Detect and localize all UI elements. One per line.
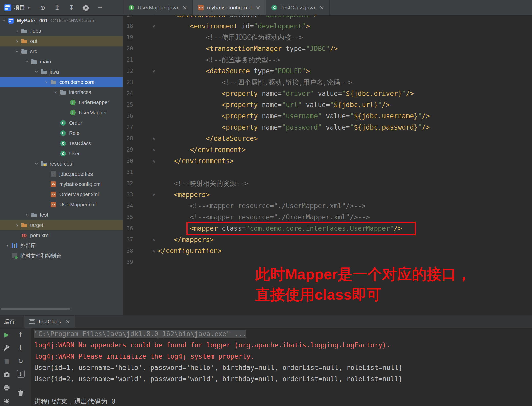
code-line-32[interactable]: 32 <!--映射相关的资源-->: [123, 178, 532, 189]
chevron-collapsed-icon[interactable]: ›: [4, 242, 11, 249]
code-line-22[interactable]: 22∨ <dataSource type="POOLED">: [123, 65, 532, 77]
chevron-expanded-icon[interactable]: ›: [33, 68, 40, 76]
code-line-35[interactable]: 35 <!--<mapper resource="./OrderMapper.x…: [123, 212, 532, 223]
collapse-all-icon[interactable]: ↥: [53, 4, 61, 11]
chevron-expanded-icon[interactable]: ›: [1, 17, 7, 25]
tree-item-OrderMapper.xml[interactable]: <>OrderMapper.xml: [0, 189, 123, 200]
tree-item-UserMapper.xml[interactable]: <>UserMapper.xml: [0, 200, 123, 210]
trash-icon[interactable]: [16, 389, 25, 398]
tab-close-icon[interactable]: ×: [182, 4, 187, 11]
tree-item-interfaces[interactable]: ›interfaces: [0, 87, 123, 97]
fold-open-icon[interactable]: ∨: [150, 189, 158, 200]
xml-icon: <>: [50, 181, 57, 188]
tree-item-src[interactable]: ›src: [0, 46, 123, 56]
expand-all-icon[interactable]: ↧: [68, 4, 75, 11]
chevron-collapsed-icon[interactable]: ›: [13, 222, 21, 228]
tree-item-pom.xml[interactable]: mpom.xml: [0, 230, 123, 240]
console-line: 进程已结束，退出代码为 0: [34, 396, 532, 406]
code-line-27[interactable]: 27 <property name="password" value="${jd…: [123, 122, 532, 133]
tree-item-UserMapper[interactable]: IUserMapper: [0, 108, 123, 118]
run-toolbar-column-1: ▶■: [1, 330, 12, 405]
code-line-34[interactable]: 34 <!--<mapper resource="./UserMapper.xm…: [123, 200, 532, 212]
project-widget[interactable]: 项目 ▾: [3, 3, 31, 13]
fold-open-icon[interactable]: ∨: [150, 16, 158, 20]
code-line-38[interactable]: 38∧</configuration>: [123, 245, 532, 257]
tab-TestClass.java[interactable]: CTestClass.java×: [266, 0, 330, 15]
code-line-24[interactable]: 24 <property name="driver" value="${jdbc…: [123, 88, 532, 99]
tree-item-mybatis-config.xml[interactable]: <>mybatis-config.xml: [0, 179, 123, 189]
line-number: 26: [123, 110, 133, 122]
code-line-33[interactable]: 33∨ <mappers>: [123, 189, 532, 200]
code-line-28[interactable]: 28∧ </dataSource>: [123, 133, 532, 144]
tree-item-.idea[interactable]: ›.idea: [0, 26, 123, 36]
code-line-21[interactable]: 21 <!--配置事务的类型-->: [123, 54, 532, 65]
tree-item-临时文件和控制台[interactable]: 临时文件和控制台: [0, 251, 123, 261]
up-arrow-icon[interactable]: ↑: [16, 330, 25, 339]
tree-item-label: com.demo.core: [59, 79, 95, 85]
tree-root[interactable]: ›MyBatis_001C:\Users\HW\Docum: [0, 16, 123, 26]
code-line-29[interactable]: 29∧ </environment>: [123, 144, 532, 155]
console-output[interactable]: "C:\Program Files\Java\jdk1.8.0_162\bin\…: [31, 328, 532, 406]
tree-item-resources[interactable]: ›resources: [0, 159, 123, 169]
camera-icon[interactable]: [2, 370, 11, 379]
tab-UserMapper.java[interactable]: IUserMapper.java×: [123, 0, 193, 15]
chevron-collapsed-icon[interactable]: ›: [23, 212, 31, 218]
tree-item-target[interactable]: ›target: [0, 220, 123, 230]
rerun-icon[interactable]: ↻: [16, 357, 25, 365]
tree-item-out[interactable]: ›out: [0, 36, 123, 46]
tab-close-icon[interactable]: ×: [65, 318, 70, 325]
horizontal-scrollbar[interactable]: [1, 308, 70, 310]
tab-close-icon[interactable]: ×: [256, 4, 261, 11]
tab-close-icon[interactable]: ×: [319, 4, 324, 11]
code-line-18[interactable]: 18∨ <environment id="development">: [123, 20, 532, 32]
stop-icon[interactable]: ■: [2, 357, 11, 365]
run-tab[interactable]: TestClass ×: [24, 316, 75, 328]
tree-item-OrderMapper[interactable]: IOrderMapper: [0, 97, 123, 108]
chevron-expanded-icon[interactable]: ›: [24, 58, 30, 65]
code-line-25[interactable]: 25 <property name="url" value="${jdbc.ur…: [123, 99, 532, 110]
code-line-37[interactable]: 37∧ </mappers>: [123, 234, 532, 245]
fold-end-icon[interactable]: ∧: [150, 133, 158, 144]
tree-item-test[interactable]: ›test: [0, 210, 123, 220]
chevron-expanded-icon[interactable]: ›: [53, 88, 59, 96]
tree-item-TestClass[interactable]: CTestClass: [0, 138, 123, 148]
chevron-collapsed-icon[interactable]: ›: [13, 28, 21, 34]
code-line-17[interactable]: 17∨ <environments default="development">: [123, 16, 532, 20]
chevron-collapsed-icon[interactable]: ›: [13, 38, 21, 44]
down-arrow-icon[interactable]: ↓: [16, 343, 25, 352]
tree-item-User[interactable]: CUser: [0, 148, 123, 159]
code-line-20[interactable]: 20 <transactionManager type="JDBC"/>: [123, 43, 532, 54]
fold-end-icon[interactable]: ∧: [150, 234, 158, 245]
settings-gear-icon[interactable]: [82, 4, 90, 11]
tree-item-Order[interactable]: COrder: [0, 118, 123, 128]
fold-open-icon[interactable]: ∨: [150, 65, 158, 77]
code-line-31[interactable]: 31: [123, 167, 532, 178]
code-line-26[interactable]: 26 <property name="username" value="${jd…: [123, 110, 532, 122]
chevron-expanded-icon[interactable]: ›: [14, 48, 20, 55]
tree-item-外部库[interactable]: ›外部库: [0, 240, 123, 251]
globe-icon[interactable]: ⊕: [39, 4, 47, 11]
code-line-19[interactable]: 19 <!--使用JDBC作为驱动内核-->: [123, 32, 532, 43]
fold-end-icon[interactable]: ∧: [150, 245, 158, 257]
hide-toolbar-icon[interactable]: ─: [96, 4, 104, 11]
code-line-23[interactable]: 23 <!--四个属性,驱动,链接,用户名,密码-->: [123, 77, 532, 88]
chevron-expanded-icon[interactable]: ›: [33, 160, 40, 168]
tree-item-main[interactable]: ›main: [0, 56, 123, 67]
bug-icon[interactable]: [2, 397, 11, 405]
code-text: <property name="username" value="${jdbc.…: [158, 110, 430, 122]
tree-item-Role[interactable]: CRole: [0, 128, 123, 138]
fold-open-icon[interactable]: ∨: [150, 20, 158, 32]
printer-icon[interactable]: [2, 383, 11, 392]
chevron-expanded-icon[interactable]: ›: [43, 78, 49, 86]
scroll-to-end-icon[interactable]: ↓: [17, 370, 25, 378]
tree-item-jdbc.properties[interactable]: ≡jdbc.properties: [0, 169, 123, 179]
tab-mybatis-config.xml[interactable]: <>mybatis-config.xml×: [193, 0, 266, 15]
fold-end-icon[interactable]: ∧: [150, 155, 158, 167]
tree-item-java[interactable]: ›java: [0, 67, 123, 77]
fold-end-icon[interactable]: ∧: [150, 144, 158, 155]
wrench-icon[interactable]: [2, 343, 11, 352]
tree-item-com.demo.core[interactable]: ›com.demo.core: [0, 77, 123, 87]
tree-item-label: src: [30, 49, 37, 54]
run-icon[interactable]: ▶: [2, 330, 11, 339]
code-line-30[interactable]: 30∧ </environments>: [123, 155, 532, 167]
